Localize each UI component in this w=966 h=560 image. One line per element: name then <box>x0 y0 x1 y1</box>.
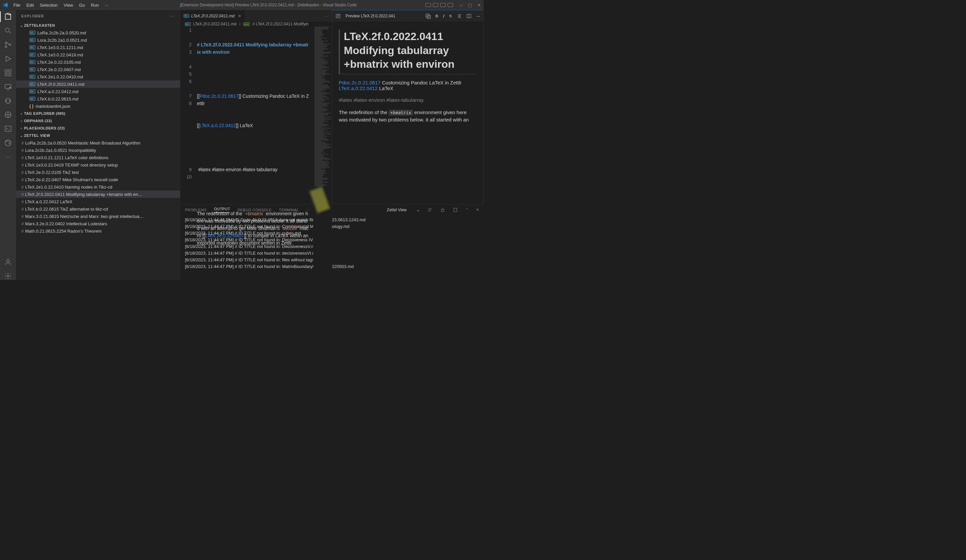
edge-icon[interactable] <box>4 139 12 147</box>
explorer-icon[interactable] <box>4 13 12 21</box>
file-tree-item[interactable]: M↓LTeX.2e1.0.22.0410.md <box>16 73 180 80</box>
zettel-view-item[interactable]: #LTeX.b.0.22.0615 TikZ alternative to ti… <box>16 205 180 213</box>
italic-icon[interactable]: I <box>443 13 445 19</box>
file-tree-item[interactable]: M↓LTeX.1e3.0.22.0419.md <box>16 51 180 58</box>
toggle-primary-sidebar-icon[interactable] <box>426 3 431 7</box>
more-actions-icon[interactable]: ··· <box>476 14 480 19</box>
zettel-view-item[interactable]: #LTeX.1e3.0.22.0419 TEXMF root directory… <box>16 161 180 169</box>
preview-paragraph: The redefinition of the +bmatrix environ… <box>339 109 476 124</box>
markdown-file-icon: M↓ <box>30 82 35 86</box>
menu-go[interactable]: Go <box>76 1 87 9</box>
list-icon[interactable] <box>456 13 462 19</box>
breadcrumb[interactable]: M↓ LTeX.2f.0.2022.0411.md › abc # LTeX.2… <box>180 22 332 26</box>
preview-icon <box>335 13 341 19</box>
code-editor[interactable]: 12345678910 # LTeX.2f.0.2022.0411 Modify… <box>180 26 332 280</box>
minimize-icon[interactable]: ─ <box>460 3 463 8</box>
breadcrumb-heading[interactable]: # LTeX.2f.0.2022.0411 Modifyin <box>252 22 309 26</box>
split-editor-icon[interactable] <box>466 13 472 19</box>
bold-icon[interactable]: B <box>435 13 438 19</box>
show-source-icon[interactable] <box>425 13 430 19</box>
file-tree-item[interactable]: M↓LTeX.1e3.0.21.1211.md <box>16 44 180 51</box>
strikethrough-icon[interactable]: S <box>449 13 452 19</box>
chevron-right-icon: › <box>19 126 24 130</box>
custom-view-icon-1[interactable] <box>4 97 12 105</box>
file-tree-item[interactable]: M↓LTeX.2f.0.2022.0411.md <box>16 80 180 88</box>
file-tree-item[interactable]: M↓Lora.2c2b.2a1.0.0521.md <box>16 36 180 44</box>
terminal-view-icon[interactable] <box>4 125 12 133</box>
section-orphans[interactable]: ›ORPHANS (33) <box>16 117 180 125</box>
run-debug-icon[interactable] <box>4 55 12 63</box>
close-icon[interactable]: ✕ <box>477 3 481 8</box>
preview-link[interactable]: Pdoc.2c.0.21.0617 <box>339 80 381 85</box>
menu-run[interactable]: Run <box>88 1 102 9</box>
zettel-view-item[interactable]: #LTeX.2f.0.2022.0411 Modifying tabularra… <box>16 190 180 198</box>
zettel-view-item[interactable]: #LTeX.1e3.0.21.1211 LaTeX color definiti… <box>16 154 180 161</box>
chevron-up-icon[interactable]: ⌃ <box>465 208 469 212</box>
preview-link[interactable]: LTeX.a.0.22.0412 <box>339 85 378 91</box>
menu-selection[interactable]: Selection <box>37 1 60 9</box>
editor-tab[interactable]: M↓ LTeX.2f.0.2022.0411.md ✕ <box>180 10 245 22</box>
menu-view[interactable]: View <box>61 1 76 9</box>
word-wrap-icon[interactable] <box>427 207 433 213</box>
file-tree-item[interactable]: M↓LTeX.a.0.22.0412.md <box>16 88 180 95</box>
customize-layout-icon[interactable] <box>448 3 453 7</box>
zettel-view-item[interactable]: #Marx.3.2e.0.22.0402 Intellectual Lodest… <box>16 220 180 227</box>
zettel-view-item[interactable]: #Math.0.21.0615.2254 Radon's Theorem <box>16 227 180 235</box>
zettel-view-item[interactable]: #LTeX.2e.0.22.0105 TikZ test <box>16 169 180 176</box>
custom-view-icon-2[interactable] <box>4 111 12 119</box>
section-tag-explorer[interactable]: ›TAG EXPLORER (995) <box>16 110 180 117</box>
clear-output-icon[interactable] <box>453 207 458 213</box>
maximize-icon[interactable]: ▢ <box>468 3 472 8</box>
file-tree-item[interactable]: M↓LTeX.b.0.22.0615.md <box>16 95 180 102</box>
file-tree-item[interactable]: { }markdownlint.json <box>16 102 180 110</box>
close-panel-icon[interactable]: ✕ <box>476 208 479 212</box>
output-channel-select[interactable]: Zettel View⌄ <box>387 208 420 212</box>
menu-edit[interactable]: Edit <box>24 1 36 9</box>
file-tree-item[interactable]: M↓LTeX.2e.0.22.0407.md <box>16 66 180 73</box>
lock-scroll-icon[interactable] <box>440 207 445 213</box>
menu-file[interactable]: File <box>11 1 23 9</box>
symbol-string-icon: abc <box>243 22 250 26</box>
settings-gear-icon[interactable] <box>4 272 12 280</box>
zettel-view-item[interactable]: #LTeX.2e.0.22.0407 Mike Shulman's twocel… <box>16 176 180 183</box>
menu-more[interactable]: ··· <box>102 1 111 9</box>
editor-group-right: Preview LTeX.2f.0.2022.041 B I S ··· LTe… <box>332 10 484 204</box>
toggle-secondary-sidebar-icon[interactable] <box>440 3 445 7</box>
accounts-icon[interactable] <box>4 258 12 266</box>
extensions-icon[interactable] <box>4 69 12 77</box>
zettel-view-item[interactable]: #LTeX.2e1.0.22.0410 Naming nodes in Tikz… <box>16 183 180 190</box>
svg-point-14 <box>7 259 9 262</box>
tab-actions-icon[interactable]: ··· <box>325 13 332 18</box>
close-tab-icon[interactable]: ✕ <box>238 14 242 18</box>
minimap[interactable] <box>313 26 332 280</box>
source-control-icon[interactable] <box>4 41 12 49</box>
title-bar: File Edit Selection View Go Run ··· [Ext… <box>0 0 484 10</box>
breadcrumb-file[interactable]: LTeX.2f.0.2022.0411.md <box>193 22 237 26</box>
more-views-icon[interactable]: ··· <box>4 153 12 161</box>
sidebar-more-icon[interactable]: ··· <box>170 14 175 18</box>
markdown-file-icon: M↓ <box>30 97 35 101</box>
window-controls: ─ ▢ ✕ <box>460 3 481 8</box>
section-placeholders[interactable]: ›PLACEHOLDERS (23) <box>16 125 180 132</box>
zettel-view-item[interactable]: #Lora.2c2b.2a1.0.0521 Incompatibility <box>16 146 180 154</box>
svg-rect-18 <box>427 15 430 18</box>
zettel-view-item[interactable]: #LoRa.2c2b.2a.0.0520 Meshtastic Mesh Bro… <box>16 139 180 146</box>
preview-tab-bar: Preview LTeX.2f.0.2022.041 B I S ··· <box>332 10 483 22</box>
chevron-down-icon: ⌄ <box>417 208 420 212</box>
section-zettel-view[interactable]: ⌄ZETTEL VIEW <box>16 132 180 139</box>
svg-point-9 <box>9 87 11 89</box>
svg-rect-6 <box>9 74 11 76</box>
file-tree-item[interactable]: M↓LTeX.2e.0.22.0105.md <box>16 58 180 66</box>
chevron-down-icon: ⌄ <box>19 134 24 138</box>
search-icon[interactable] <box>4 27 12 35</box>
code-content[interactable]: # LTeX.2f.0.2022.0411 Modifying tabularr… <box>197 26 313 280</box>
markdown-preview[interactable]: LTeX.2f.0.2022.0411 Modifying tabularray… <box>332 22 483 204</box>
markdown-file-icon: M↓ <box>30 38 35 42</box>
preview-tab-label[interactable]: Preview LTeX.2f.0.2022.041 <box>345 14 421 18</box>
zettel-view-item[interactable]: #LTeX.a.0.22.0412 LaTeX <box>16 198 180 205</box>
remote-explorer-icon[interactable] <box>4 83 12 91</box>
zettel-view-item[interactable]: #Marx.3.0.21.0615 Nietzsche and Marx: tw… <box>16 213 180 220</box>
file-tree-item[interactable]: M↓LoRa.2c2b.2a.0.0520.md <box>16 29 180 36</box>
toggle-panel-icon[interactable] <box>433 3 438 7</box>
section-zettelkasten[interactable]: ⌄ZETTELKASTEN <box>16 22 180 29</box>
